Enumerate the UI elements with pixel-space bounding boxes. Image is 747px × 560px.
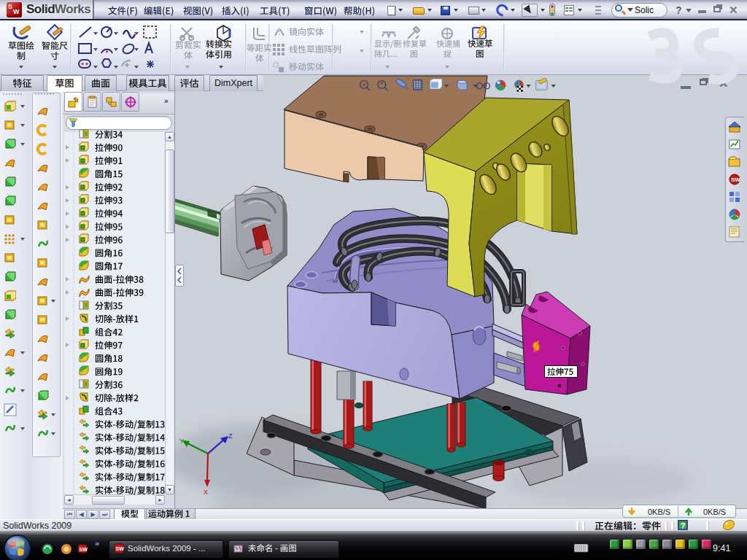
svg-text:SW: SW — [80, 547, 88, 552]
svg-text:SW: SW — [116, 546, 125, 551]
svg-text:SW: SW — [731, 176, 740, 183]
svg-text:Y: Y — [179, 438, 184, 445]
svg-text:Z: Z — [228, 432, 233, 440]
svg-text:X: X — [204, 489, 208, 496]
